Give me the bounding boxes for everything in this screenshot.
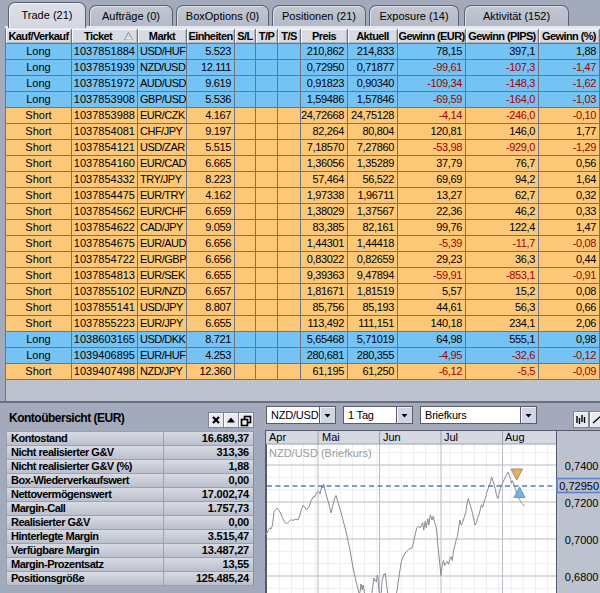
svg-text:Apr: Apr: [269, 431, 286, 443]
svg-text:0,7200: 0,7200: [565, 497, 599, 509]
svg-text:Jul: Jul: [444, 431, 458, 443]
svg-text:NZD/USD (Briefkurs): NZD/USD (Briefkurs): [269, 447, 372, 459]
svg-text:0,7000: 0,7000: [565, 534, 599, 546]
svg-text:0,6800: 0,6800: [565, 571, 599, 583]
svg-text:0,72950: 0,72950: [559, 480, 599, 492]
svg-text:0,7400: 0,7400: [565, 460, 599, 472]
svg-text:Aug: Aug: [505, 431, 525, 443]
svg-text:Mai: Mai: [322, 431, 340, 443]
svg-text:Jun: Jun: [383, 431, 401, 443]
